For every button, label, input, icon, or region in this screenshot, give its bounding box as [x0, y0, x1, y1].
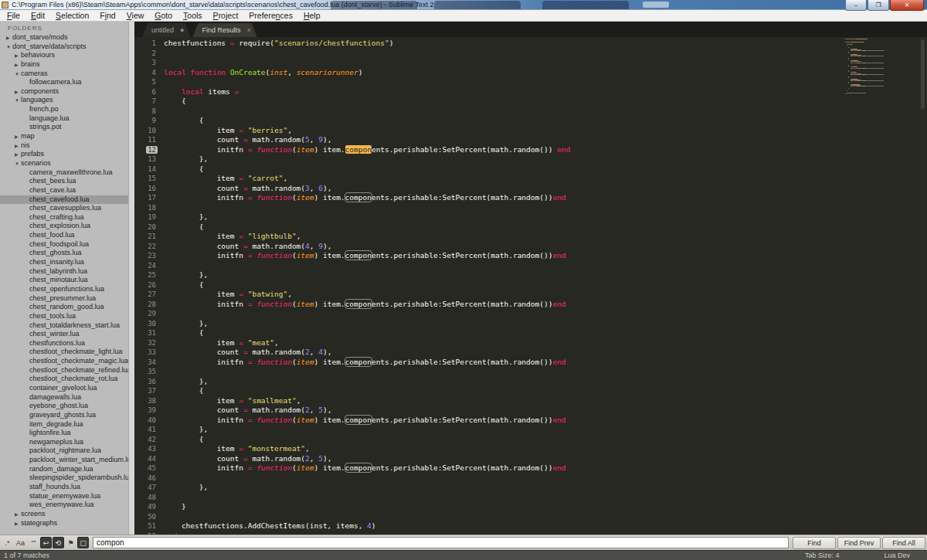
- tab-untitled[interactable]: untitled●: [142, 23, 190, 37]
- sidebar-file-chest_crafting.lua[interactable]: chest_crafting.lua: [0, 213, 128, 222]
- line-number: 43: [134, 444, 158, 454]
- preserve-case-toggle[interactable]: ⚑: [65, 537, 76, 548]
- sidebar-file-chestloot_checkmate_light.lua[interactable]: chestloot_checkmate_light.lua: [0, 348, 128, 357]
- sidebar-folder-map[interactable]: ▶map: [0, 132, 128, 141]
- menu-goto[interactable]: Goto: [149, 10, 178, 22]
- find-prev-button[interactable]: Find Prev: [837, 537, 881, 549]
- menu-file[interactable]: File: [2, 10, 25, 22]
- sidebar-file-packloot_winter_start_medium.lua[interactable]: packloot_winter_start_medium.lua: [0, 456, 128, 465]
- find-input[interactable]: [93, 537, 789, 548]
- menu-project[interactable]: Project: [208, 10, 244, 22]
- sidebar-file-chest_random_good.lua[interactable]: chest_random_good.lua: [0, 303, 128, 312]
- sidebar-file-followcamera.lua[interactable]: followcamera.lua: [0, 78, 128, 87]
- sidebar-file-chest_foodspoil.lua[interactable]: chest_foodspoil.lua: [0, 240, 128, 249]
- menu-edit[interactable]: Edit: [25, 10, 50, 22]
- sidebar-folder-dont_starve/data/scripts[interactable]: ▼dont_starve/data/scripts: [0, 42, 128, 52]
- regex-toggle[interactable]: .*: [2, 537, 13, 548]
- sidebar-scrollbar[interactable]: [128, 22, 134, 535]
- sidebar-file-sleepingspider_spiderambush.lua[interactable]: sleepingspider_spiderambush.lua: [0, 473, 128, 483]
- sidebar-folder-screens[interactable]: ▶screens: [0, 510, 128, 519]
- sidebar-file-wes_enemywave.lua[interactable]: wes_enemywave.lua: [0, 501, 128, 510]
- code-editor[interactable]: 1chestfunctions = require("scenarios/che…: [134, 37, 927, 535]
- tab-close-icon[interactable]: ×: [247, 24, 251, 37]
- sidebar-folder-scenarios[interactable]: ▼scenarios: [0, 159, 128, 168]
- code-line: 32 item = "meat",: [134, 338, 927, 348]
- sidebar-file-packloot_nightmare.lua[interactable]: packloot_nightmare.lua: [0, 446, 128, 456]
- sidebar-file-chest_bees.lua[interactable]: chest_bees.lua: [0, 177, 128, 186]
- sidebar-file-container_giveloot.lua[interactable]: container_giveloot.lua: [0, 384, 128, 393]
- sidebar-file-staff_hounds.lua[interactable]: staff_hounds.lua: [0, 483, 128, 492]
- sidebar-folder-components[interactable]: ▶components: [0, 87, 128, 97]
- highlight-matches-toggle[interactable]: ▢: [77, 537, 89, 548]
- whole-word-toggle[interactable]: “”: [28, 537, 39, 548]
- code-line: 15 item = "carrot",: [134, 174, 927, 184]
- sidebar-file-chest_cavesupplies.lua[interactable]: chest_cavesupplies.lua: [0, 204, 128, 213]
- tab-find-results[interactable]: Find Results×: [192, 23, 256, 37]
- editor-scrollbar[interactable]: [920, 37, 925, 535]
- line-number: 10: [134, 126, 158, 136]
- sidebar-file-graveyard_ghosts.lua[interactable]: graveyard_ghosts.lua: [0, 411, 128, 420]
- sidebar-file-statue_enemywave.lua[interactable]: statue_enemywave.lua: [0, 492, 128, 501]
- sidebar-file-chest_openfunctions.lua[interactable]: chest_openfunctions.lua: [0, 285, 128, 294]
- syntax-status[interactable]: Lua Dev: [884, 552, 910, 559]
- sidebar-file-lightonfire.lua[interactable]: lightonfire.lua: [0, 429, 128, 438]
- sidebar-file-chest_explosion.lua[interactable]: chest_explosion.lua: [0, 222, 128, 231]
- sidebar-file-chestfunctions.lua[interactable]: chestfunctions.lua: [0, 339, 128, 348]
- case-sensitive-toggle[interactable]: Aa: [14, 537, 27, 548]
- sidebar-file-random_damage.lua[interactable]: random_damage.lua: [0, 465, 128, 474]
- title-bar[interactable]: C:\Program Files (x86)\Steam\SteamApps\c…: [0, 0, 927, 10]
- sidebar-folder-stategraphs[interactable]: ▶stategraphs: [0, 519, 128, 528]
- sidebar-file-chestloot_checkmate_magic.lua[interactable]: chestloot_checkmate_magic.lua: [0, 357, 128, 366]
- sidebar-file-chest_insanity.lua[interactable]: chest_insanity.lua: [0, 258, 128, 267]
- sidebar-file-chestloot_checkmate_rot.lua[interactable]: chestloot_checkmate_rot.lua: [0, 375, 128, 384]
- sidebar-file-newgameplus.lua[interactable]: newgameplus.lua: [0, 438, 128, 447]
- sidebar-folder-cameras[interactable]: ▼cameras: [0, 70, 128, 79]
- find-button[interactable]: Find: [793, 537, 836, 549]
- sidebar-file-chest_cave.lua[interactable]: chest_cave.lua: [0, 186, 128, 195]
- sidebar-file-camera_maxwellthrone.lua[interactable]: camera_maxwellthrone.lua: [0, 168, 128, 178]
- minimap[interactable]: [845, 39, 916, 94]
- sidebar-file-chest_ghosts.lua[interactable]: chest_ghosts.lua: [0, 249, 128, 258]
- sidebar-file-chestloot_checkmate_refined.lua[interactable]: chestloot_checkmate_refined.lua: [0, 366, 128, 375]
- sidebar-folder-nis[interactable]: ▶nis: [0, 141, 128, 151]
- tab-size-status[interactable]: Tab Size: 4: [805, 552, 840, 559]
- menu-preferences[interactable]: Preferences: [243, 10, 298, 22]
- wrap-toggle[interactable]: ↩: [40, 537, 52, 548]
- line-number: 15: [134, 174, 158, 184]
- sidebar-folder-prefabs[interactable]: ▶prefabs: [0, 150, 128, 159]
- maximize-button[interactable]: ❐: [868, 0, 889, 11]
- minimize-button[interactable]: –: [845, 0, 867, 11]
- sidebar-file-chest_presummer.lua[interactable]: chest_presummer.lua: [0, 294, 128, 304]
- sidebar-file-language.lua[interactable]: language.lua: [0, 114, 128, 124]
- tree-item-label: french.po: [29, 105, 59, 113]
- sidebar-folder-behaviours[interactable]: ▶behaviours: [0, 51, 128, 60]
- menu-tools[interactable]: Tools: [178, 10, 208, 22]
- sidebar-file-chest_totaldarkness_start.lua[interactable]: chest_totaldarkness_start.lua: [0, 321, 128, 331]
- close-button[interactable]: ✕: [890, 0, 924, 11]
- sidebar-file-chest_tools.lua[interactable]: chest_tools.lua: [0, 312, 128, 321]
- menu-help[interactable]: Help: [298, 10, 326, 22]
- sidebar-folder-dont_starve/mods[interactable]: ▶dont_starve/mods: [0, 33, 128, 42]
- tree-item-label: scenarios: [21, 159, 51, 167]
- sidebar-file-chest_winter.lua[interactable]: chest_winter.lua: [0, 330, 128, 339]
- sidebar-file-chest_minotaur.lua[interactable]: chest_minotaur.lua: [0, 276, 128, 285]
- sidebar-file-damagewalls.lua[interactable]: damagewalls.lua: [0, 393, 128, 402]
- menu-view[interactable]: View: [121, 10, 150, 22]
- menu-find[interactable]: Find: [94, 10, 121, 22]
- folder-collapsed-icon[interactable]: ▶: [15, 520, 21, 529]
- sidebar-folder-brains[interactable]: ▶brains: [0, 60, 128, 70]
- sidebar-file-item_degrade.lua[interactable]: item_degrade.lua: [0, 420, 128, 429]
- find-all-button[interactable]: Find All: [882, 537, 925, 549]
- in-selection-toggle[interactable]: ⟲: [53, 537, 64, 548]
- sidebar-file-chest_cavefood.lua[interactable]: chest_cavefood.lua: [0, 195, 128, 205]
- sidebar-file-strings.pot[interactable]: strings.pot: [0, 123, 128, 132]
- sidebar-file-chest_food.lua[interactable]: chest_food.lua: [0, 231, 128, 240]
- tree-item-label: chest_explosion.lua: [29, 222, 90, 229]
- sidebar-folder-languages[interactable]: ▼languages: [0, 96, 128, 105]
- menu-selection[interactable]: Selection: [50, 10, 94, 22]
- sidebar-file-eyebone_ghost.lua[interactable]: eyebone_ghost.lua: [0, 402, 128, 411]
- sidebar-file-chest_labyrinth.lua[interactable]: chest_labyrinth.lua: [0, 267, 128, 277]
- sidebar-file-french.po[interactable]: french.po: [0, 105, 128, 114]
- editor-scrollbar-thumb[interactable]: [921, 39, 925, 109]
- code-line-text: count = math.random(5, 9),: [158, 135, 331, 145]
